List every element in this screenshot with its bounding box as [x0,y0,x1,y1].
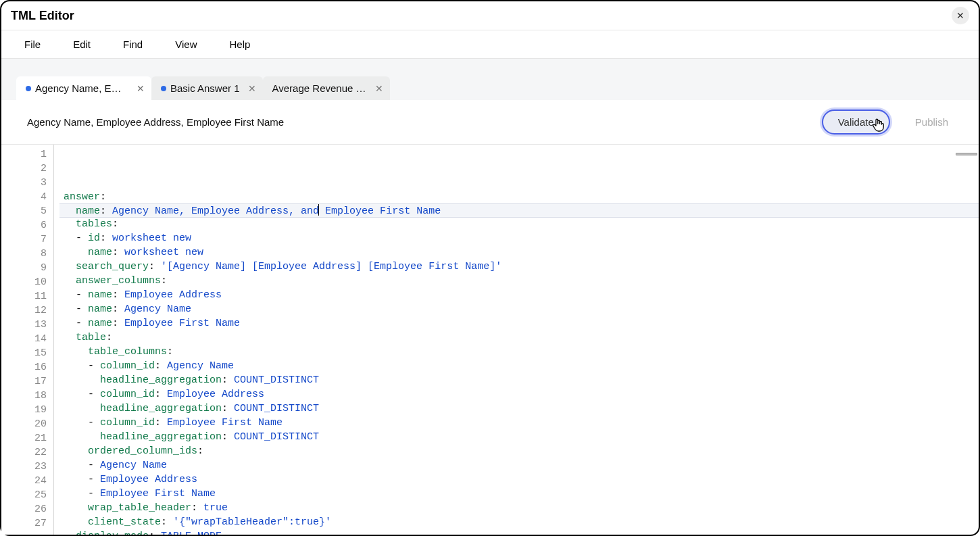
unsaved-dot-icon [161,86,166,91]
code-line[interactable]: - Employee First Name [59,487,979,501]
token-ind [64,502,88,514]
token-key: wrap_table_header [88,502,191,514]
token-p: : [222,403,234,414]
token-ind [64,233,76,244]
code-line[interactable]: answer: [59,190,979,204]
validate-button[interactable]: Validate [822,109,890,135]
token-key: column_id [100,417,155,429]
token-key: tables [76,218,112,230]
token-ind [64,460,88,471]
code-line[interactable]: - column_id: Employee Address [59,387,979,401]
tab-label: Agency Name, Empl… [35,82,128,94]
code-line[interactable]: headline_aggregation: COUNT_DISTINCT [59,430,979,444]
token-ind [64,275,76,287]
minimap-viewport-indicator[interactable] [956,153,977,155]
code-line[interactable]: headline_aggregation: COUNT_DISTINCT [59,401,979,416]
line-number: 12 [1,303,47,318]
line-number: 23 [1,460,47,474]
token-str: Employee Address [124,289,222,301]
menu-file[interactable]: File [24,39,41,50]
document-title: Agency Name, Employee Address, Employee … [27,116,284,128]
line-number: 14 [1,332,47,346]
token-p: - [88,488,100,500]
token-p: : [155,389,167,400]
titlebar: TML Editor ✕ [1,1,979,30]
token-key: client_state [88,516,161,528]
token-ind [64,445,88,457]
line-number: 19 [1,403,47,417]
code-line[interactable]: - id: worksheet new [59,231,979,245]
tab-1[interactable]: Basic Answer 1✕ [151,76,263,100]
line-number: 8 [1,247,47,261]
tab-close-icon[interactable]: ✕ [248,83,256,94]
line-number: 20 [1,417,47,431]
tab-row: Agency Name, Empl…✕Basic Answer 1✕Averag… [16,76,979,100]
token-p: : [155,417,167,429]
code-line[interactable]: table_columns: [59,345,979,359]
token-p: : [112,318,124,329]
token-str: Agency Name [167,360,234,372]
token-key: display_mode [76,531,149,535]
token-key: headline_aggregation [100,431,222,443]
code-line[interactable]: - column_id: Agency Name [59,359,979,373]
code-line[interactable]: answer_columns: [59,274,979,288]
window-close-button[interactable]: ✕ [952,7,969,24]
tab-close-icon[interactable]: ✕ [375,83,383,94]
menu-view[interactable]: View [175,39,197,50]
code-line[interactable]: - Employee Address [59,472,979,487]
line-number: 21 [1,431,47,445]
code-line[interactable]: - name: Agency Name [59,302,979,316]
code-line[interactable]: display_mode: TABLE_MODE [59,529,979,535]
token-str: Agency Name [124,303,191,315]
token-str: worksheet new [112,233,191,244]
menu-find[interactable]: Find [123,39,143,50]
tab-label: Basic Answer 1 [170,82,240,94]
token-p: : [167,346,173,358]
line-number: 26 [1,502,47,516]
line-number: 9 [1,261,47,275]
code-line[interactable]: table: [59,331,979,345]
token-p: : [155,360,167,372]
token-key: headline_aggregation [100,403,222,414]
line-number: 25 [1,488,47,502]
code-line[interactable]: - column_id: Employee First Name [59,416,979,430]
code-line[interactable]: - name: Employee Address [59,288,979,302]
token-p: : [149,531,161,535]
code-editor[interactable]: 1234567891011121314151617181920212223242… [1,145,979,535]
code-line[interactable]: - name: Employee First Name [59,316,979,331]
token-p: : [112,289,124,301]
token-p: : [161,275,167,287]
token-p: : [100,233,112,244]
tab-0[interactable]: Agency Name, Empl…✕ [16,76,151,100]
menu-edit[interactable]: Edit [73,39,91,50]
window-title: TML Editor [11,9,74,23]
token-ind [64,374,100,386]
tab-label: Average Revenue by P… [272,82,367,94]
code-line[interactable]: name: Agency Name, Employee Address, and… [59,203,979,218]
token-p: : [161,516,173,528]
token-str: Employee First Name [124,318,240,329]
token-key: name [76,205,100,217]
token-ind [64,289,76,301]
tab-2[interactable]: Average Revenue by P…✕ [263,76,390,100]
code-line[interactable]: wrap_table_header: true [59,501,979,515]
menu-help[interactable]: Help [229,39,250,50]
token-ind [64,218,76,230]
token-ind [64,531,76,535]
token-p: : [191,502,203,514]
code-line[interactable]: headline_aggregation: COUNT_DISTINCT [59,373,979,387]
tab-close-icon[interactable]: ✕ [137,83,145,94]
token-p: : [112,247,124,258]
token-str: '{"wrapTableHeader":true}' [173,516,331,528]
code-area[interactable]: answer: name: Agency Name, Employee Addr… [54,145,979,535]
code-line[interactable]: search_query: '[Agency Name] [Employee A… [59,260,979,274]
code-line[interactable]: client_state: '{"wrapTableHeader":true}' [59,515,979,529]
token-str: worksheet new [124,247,203,258]
code-line[interactable]: tables: [59,217,979,231]
token-ind [64,205,76,217]
code-line[interactable]: - Agency Name [59,458,979,472]
code-line[interactable]: ordered_column_ids: [59,444,979,458]
code-line[interactable]: name: worksheet new [59,245,979,260]
token-key: name [88,247,112,258]
line-number: 22 [1,445,47,460]
